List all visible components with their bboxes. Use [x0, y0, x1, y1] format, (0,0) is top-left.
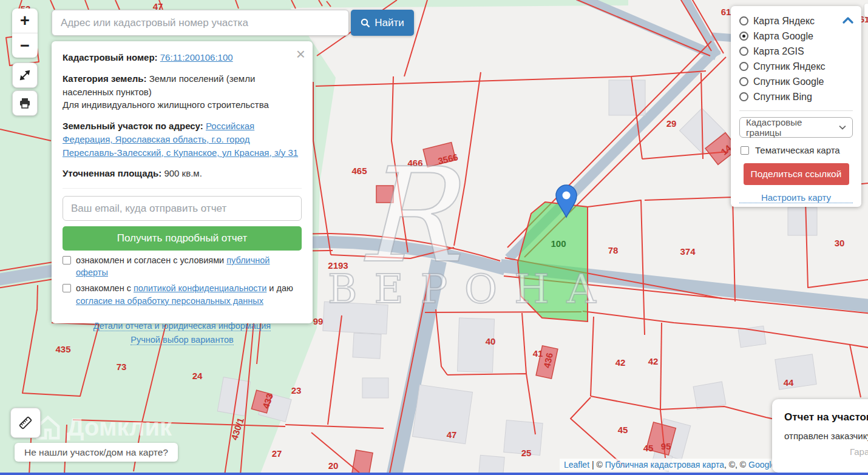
land-category-label: Категория земель: — [63, 73, 146, 84]
offscreen-panel-edge — [864, 4, 868, 17]
close-icon[interactable]: × — [296, 46, 305, 62]
search-button[interactable]: Найти — [351, 10, 414, 36]
cadastral-number-label: Кадастровый номер: — [63, 52, 158, 62]
basemap-option-label: Карта 2GIS — [753, 46, 804, 57]
basemap-option-label: Спутник Яндекс — [753, 61, 826, 72]
leaflet-link[interactable]: Leaflet — [564, 460, 589, 470]
thematic-map-checkbox[interactable] — [741, 146, 749, 155]
email-field[interactable] — [63, 196, 302, 221]
radio-icon[interactable] — [739, 77, 748, 86]
pkk-link[interactable]: Публичная кадастровая карта — [605, 460, 724, 470]
privacy-consent-checkbox[interactable] — [63, 284, 71, 292]
map-layers-panel: Карта ЯндексКарта GoogleКарта 2GISСпутни… — [731, 6, 861, 207]
land-category-extra: Для индивидуального жилищного строительс… — [63, 99, 269, 110]
basemap-option[interactable]: Спутник Bing — [739, 89, 853, 104]
basemap-option-label: Спутник Bing — [753, 92, 812, 103]
overlay-type-select[interactable]: Кадастровые границы — [739, 117, 853, 138]
area-value: 900 кв.м. — [164, 168, 202, 178]
search-icon — [361, 18, 370, 28]
privacy-consent-text: ознакомлен с политикой конфиденциальност… — [76, 283, 293, 295]
map-attribution: Leaflet | © Публичная кадастровая карта,… — [560, 459, 780, 471]
privacy-policy-link[interactable]: политикой конфиденциальности — [134, 283, 266, 293]
basemap-option[interactable]: Спутник Google — [739, 74, 853, 89]
zoom-control: + − — [12, 8, 38, 58]
basemap-option[interactable]: Карта Google — [739, 29, 853, 44]
expand-icon — [19, 69, 31, 81]
watermark-domclick: Домклик — [34, 414, 172, 441]
basemap-option-label: Спутник Google — [753, 76, 824, 87]
radio-icon[interactable] — [739, 92, 748, 101]
personal-data-link[interactable]: согласие на обработку персональных данны… — [76, 296, 263, 306]
area-row: Уточненная площадь: 900 кв.м. — [63, 167, 302, 180]
basemap-options: Карта ЯндексКарта GoogleКарта 2GISСпутни… — [739, 13, 853, 104]
not-found-button[interactable]: Не нашли участок/дом на карте? — [15, 443, 178, 462]
notification-text: отправлен заказчику — [784, 431, 868, 441]
overlay-type-value: Кадастровые границы — [746, 117, 839, 138]
offer-consent-row: ознакомлен и согласен с условиями публич… — [63, 255, 302, 278]
printer-icon — [19, 97, 31, 109]
cadastral-map-app: 5347616129144654663566219310078374309943… — [0, 0, 868, 475]
radio-icon[interactable] — [739, 62, 748, 71]
share-link-button[interactable]: Поделиться ссылкой — [744, 163, 849, 185]
manual-choice-link[interactable]: Ручной выбор вариантов — [131, 335, 233, 345]
chevron-up-icon — [843, 16, 853, 24]
cadastral-number-row: Кадастровый номер: 76:11:200106:100 — [63, 51, 302, 64]
basemap-option[interactable]: Карта Яндекс — [739, 13, 853, 29]
fullscreen-button[interactable] — [12, 62, 38, 88]
selected-parcel[interactable] — [518, 202, 588, 322]
basemap-option[interactable]: Карта 2GIS — [739, 44, 853, 59]
report-details-link[interactable]: Детали отчета и юридическая информация — [93, 321, 271, 331]
search-button-label: Найти — [375, 17, 404, 29]
offer-consent-checkbox[interactable] — [63, 256, 71, 264]
land-category-row: Категория земель: Земли поселений (земли… — [63, 72, 302, 112]
configure-map-link[interactable]: Настроить карту — [739, 192, 853, 203]
address-row: Земельный участок по адресу: Российская … — [63, 120, 302, 159]
zoom-in-button[interactable]: + — [12, 8, 38, 33]
measure-button[interactable] — [10, 408, 41, 438]
chevron-down-icon — [839, 125, 846, 130]
offer-consent-text: ознакомлен и согласен с условиями публич… — [76, 255, 302, 278]
area-label: Уточненная площадь: — [63, 168, 161, 178]
cadastral-number-link[interactable]: 76:11:200106:100 — [160, 52, 233, 62]
basemap-option-label: Карта Google — [753, 31, 813, 42]
personal-data-row: согласие на обработку персональных данны… — [76, 296, 302, 306]
radio-icon[interactable] — [739, 47, 748, 56]
zoom-out-button[interactable]: − — [12, 33, 38, 58]
ruler-icon — [18, 415, 33, 431]
bottom-accent-bar — [0, 473, 868, 475]
radio-icon[interactable] — [739, 32, 748, 41]
address-label: Земельный участок по адресу: — [63, 121, 203, 131]
get-report-button[interactable]: Получить подробный отчет — [63, 226, 302, 251]
search-input[interactable] — [52, 10, 349, 36]
basemap-option-label: Карта Яндекс — [753, 16, 815, 27]
thematic-map-label: Тематическая карта — [755, 145, 840, 155]
print-button[interactable] — [12, 90, 38, 116]
thematic-map-row: Тематическая карта — [741, 145, 852, 155]
collapse-panel-button[interactable] — [843, 16, 853, 27]
radio-icon[interactable] — [739, 16, 748, 25]
notification-partial-text: Гаран — [850, 446, 868, 457]
privacy-consent-row: ознакомлен с политикой конфиденциальност… — [63, 283, 302, 295]
parcel-info-panel: × Кадастровый номер: 76:11:200106:100 Ка… — [52, 41, 313, 323]
report-notification-panel: Отчет на участок отправлен заказчику Гар… — [772, 399, 868, 473]
basemap-option[interactable]: Спутник Яндекс — [739, 59, 853, 74]
notification-title: Отчет на участок — [784, 411, 868, 423]
